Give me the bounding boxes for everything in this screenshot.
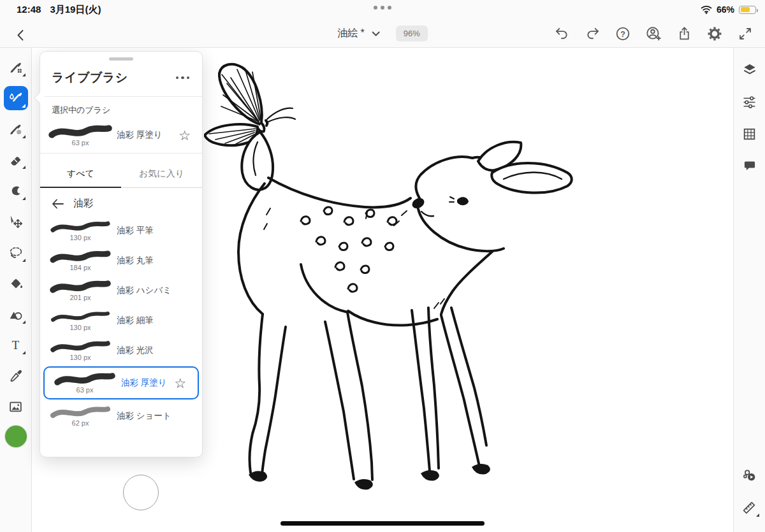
eyedropper-tool[interactable] [2,361,30,392]
panel-title: ライブブラシ [52,69,128,86]
svg-text:?: ? [620,29,625,38]
move-tool[interactable] [2,206,30,238]
back-button[interactable] [8,24,34,46]
brush-row[interactable]: 201 px 油彩 ハシバミ [40,275,202,305]
redo-button[interactable] [579,23,606,45]
zoom-level-badge[interactable]: 96% [396,25,428,41]
star-icon[interactable]: ☆ [174,377,191,390]
clock: 12:48 [17,4,41,16]
brush-row-selected[interactable]: 63 px 油彩 厚塗り ☆ [43,366,199,399]
eraser-tool[interactable] [2,145,30,176]
battery-icon [739,6,756,14]
left-tool-rail: T [0,48,32,532]
lasso-tool[interactable] [2,237,30,268]
smudge-tool[interactable] [2,175,30,206]
more-options-icon[interactable] [175,74,191,82]
brush-list: 130 px 油彩 平筆 184 px 油彩 丸筆 201 px 油彩 ハシバミ… [40,215,202,431]
selected-brush-preview[interactable]: 63 px 油彩 厚塗り ☆ [40,117,202,153]
adjustments-button[interactable] [736,86,764,118]
live-brush-panel: ライブブラシ 選択中のブラシ 63 px 油彩 厚塗り ☆ すべて お気に入り … [40,51,203,457]
fill-tool[interactable] [2,268,30,299]
brush-row[interactable]: 184 px 油彩 丸筆 [40,245,202,275]
brush-row[interactable]: 130 px 油彩 平筆 [40,215,202,245]
share-button[interactable] [671,23,697,45]
date: 3月19日(火) [50,4,101,16]
place-image-tool[interactable] [2,392,30,423]
tab-all[interactable]: すべて [40,160,121,187]
comment-button[interactable] [736,150,764,182]
live-brush-tool[interactable] [2,83,30,114]
right-tool-rail [733,48,765,532]
home-indicator[interactable] [280,521,484,526]
brush-tabs: すべて お気に入り [40,160,202,188]
svg-text:T: T [12,339,20,352]
layers-button[interactable] [736,54,764,86]
brush-row[interactable]: 130 px 油彩 光沢 [40,335,202,365]
brush-size-cursor [123,475,159,510]
undo-button[interactable] [548,23,575,45]
category-label: 油彩 [73,197,93,210]
top-toolbar: 油絵 * 96% ? [0,19,765,48]
brush-row[interactable]: 130 px 油彩 細筆 [40,305,202,335]
brush-row[interactable]: 62 px 油彩 ショート [40,401,202,431]
multitask-dots-icon [374,6,391,10]
arrow-left-icon [52,199,64,209]
invite-button[interactable] [640,23,667,45]
star-icon[interactable]: ☆ [178,129,196,142]
fawn-line-art [204,54,580,513]
help-button[interactable]: ? [609,23,636,45]
selected-brush-label: 選択中のブラシ [40,97,202,116]
document-title[interactable]: 油絵 * [337,27,365,40]
fullscreen-button[interactable] [732,23,759,45]
motion-button[interactable] [736,459,764,491]
category-back-row[interactable]: 油彩 [40,188,202,215]
ruler-button[interactable] [736,491,764,523]
shapes-tool[interactable] [2,299,30,330]
status-bar: 12:48 3月19日(火) 66% [0,0,765,19]
tab-favorites[interactable]: お気に入り [121,160,202,187]
brush-stroke-icon [48,124,112,139]
grid-button[interactable] [736,118,764,150]
pixel-brush-tool[interactable] [2,52,30,83]
wifi-icon [701,5,712,14]
chevron-down-icon[interactable] [371,30,381,38]
color-swatch[interactable] [5,426,27,447]
mixer-brush-tool[interactable] [2,113,30,145]
settings-button[interactable] [701,23,728,45]
text-tool[interactable]: T [2,330,30,361]
battery-percent: 66% [717,4,734,15]
